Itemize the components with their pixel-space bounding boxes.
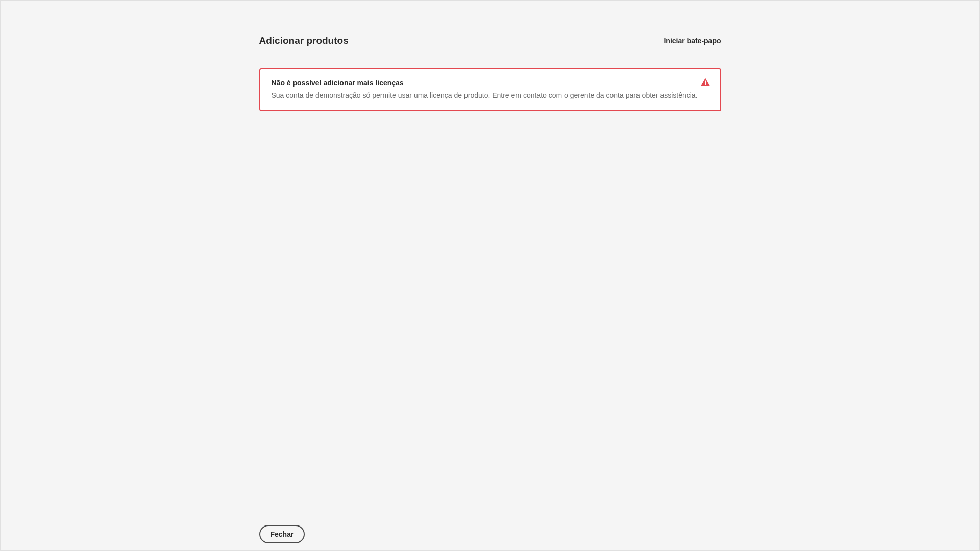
main-container: Adicionar produtos Iniciar bate-papo Não… <box>259 1 721 111</box>
page-title: Adicionar produtos <box>259 35 349 46</box>
start-chat-link[interactable]: Iniciar bate-papo <box>664 37 721 45</box>
error-alert: Não é possível adicionar mais licenças S… <box>259 68 721 111</box>
footer-inner: Fechar <box>259 525 721 543</box>
alert-title: Não é possível adicionar mais licenças <box>272 79 709 87</box>
warning-icon <box>701 78 710 87</box>
footer-bar: Fechar <box>1 517 979 550</box>
alert-message: Sua conta de demonstração só permite usa… <box>272 91 709 101</box>
page-header: Adicionar produtos Iniciar bate-papo <box>259 35 721 55</box>
close-button[interactable]: Fechar <box>259 525 305 543</box>
